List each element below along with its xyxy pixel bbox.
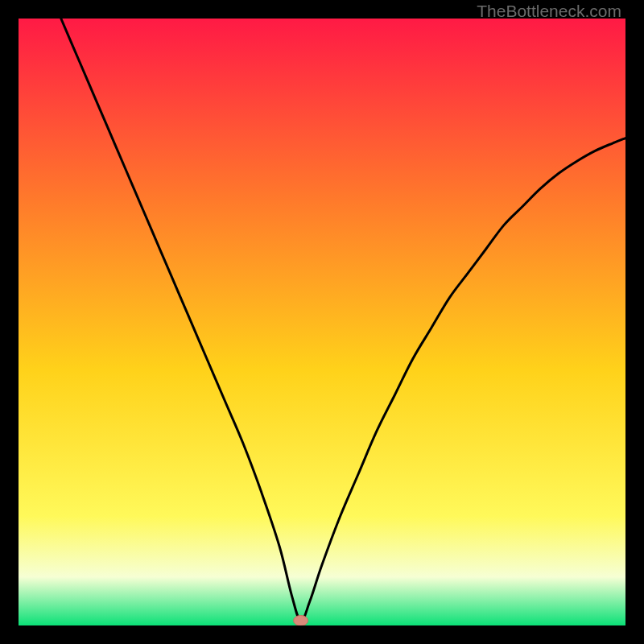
optimum-marker	[294, 615, 308, 625]
gradient-background	[19, 19, 625, 625]
chart-frame: TheBottleneck.com	[0, 0, 644, 644]
plot-area	[19, 19, 625, 625]
chart-svg	[19, 19, 625, 625]
